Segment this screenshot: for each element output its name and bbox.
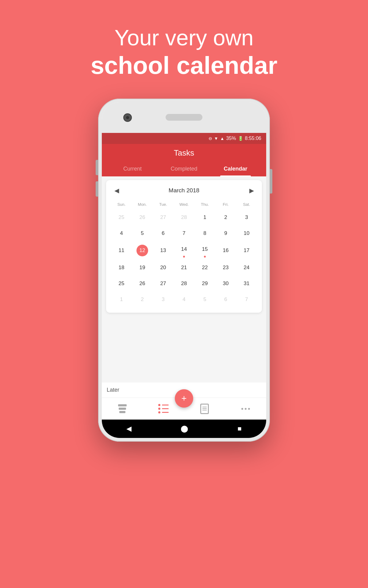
- calendar-date: 7: [241, 294, 252, 305]
- calendar-date-cell[interactable]: 8: [194, 226, 215, 242]
- calendar-day-header: Wed.: [174, 201, 194, 210]
- calendar-date: 20: [157, 262, 169, 273]
- calendar-date-cell[interactable]: 2: [132, 292, 153, 308]
- calendar-date-cell[interactable]: 27: [153, 210, 174, 226]
- front-camera-icon: [123, 113, 132, 122]
- event-dot: [204, 256, 206, 258]
- calendar-date-cell[interactable]: 27: [153, 276, 174, 292]
- calendar-date-cell[interactable]: 4: [174, 292, 194, 308]
- recent-button[interactable]: ■: [238, 425, 242, 433]
- calendar-date: 13: [157, 245, 169, 256]
- calendar-date-cell[interactable]: 7: [174, 226, 194, 242]
- tab-bar: Current Completed Calendar: [107, 163, 261, 176]
- calendar-date-cell[interactable]: 5: [132, 226, 153, 242]
- add-task-button[interactable]: +: [175, 389, 193, 408]
- calendar-date-cell[interactable]: 21: [174, 260, 194, 276]
- calendar-date-cell[interactable]: 1: [194, 210, 215, 226]
- calendar-date: 4: [178, 294, 190, 305]
- more-nav-button[interactable]: [240, 403, 252, 415]
- calendar-date-cell[interactable]: 26: [132, 276, 153, 292]
- calendar-date: 31: [241, 278, 252, 289]
- calendar-date-cell[interactable]: 20: [153, 260, 174, 276]
- month-year-label: March 2018: [169, 187, 199, 194]
- calendar-date-cell[interactable]: 14: [174, 242, 194, 260]
- calendar-day-header: Sun.: [111, 201, 132, 210]
- calendar-date: 3: [157, 294, 169, 305]
- calendar-date: 18: [116, 262, 127, 273]
- calendar-date-cell[interactable]: 22: [194, 260, 215, 276]
- calendar-date-cell[interactable]: 19: [132, 260, 153, 276]
- calendar-date: 24: [241, 262, 252, 273]
- calendar-date: 11: [116, 245, 127, 256]
- calendar-date-cell[interactable]: 7: [236, 292, 257, 308]
- back-button[interactable]: ◀: [126, 425, 132, 433]
- calendar-date-cell[interactable]: 23: [215, 260, 236, 276]
- calendar-date-cell[interactable]: 3: [236, 210, 257, 226]
- calendar-date-cell[interactable]: 31: [236, 276, 257, 292]
- calendar-date-cell[interactable]: 6: [153, 226, 174, 242]
- android-nav-bar: ◀ ⬤ ■: [102, 420, 266, 438]
- home-button[interactable]: ⬤: [181, 425, 188, 433]
- calendar-date-cell[interactable]: 29: [194, 276, 215, 292]
- calendar-date: 28: [178, 278, 190, 289]
- tab-current[interactable]: Current: [107, 163, 158, 176]
- power-button: [270, 169, 272, 194]
- layers-nav-button[interactable]: [116, 403, 128, 415]
- calendar-date-cell[interactable]: 2: [215, 210, 236, 226]
- calendar-date-cell[interactable]: 17: [236, 242, 257, 260]
- app-title: Tasks: [107, 148, 261, 158]
- calendar-container: ◀ March 2018 ▶ Sun.Mon.Tue.Wed.Thu.Fri.S…: [102, 176, 266, 383]
- calendar-date: 27: [157, 212, 169, 223]
- tab-completed[interactable]: Completed: [158, 163, 210, 176]
- prev-month-button[interactable]: ◀: [111, 185, 122, 196]
- calendar-date: 27: [157, 278, 169, 289]
- calendar-date-cell[interactable]: 30: [215, 276, 236, 292]
- calendar-date: 6: [157, 228, 169, 239]
- calendar-date-cell[interactable]: 4: [111, 226, 132, 242]
- calendar-date: 26: [136, 278, 148, 289]
- calendar-date-cell[interactable]: 28: [174, 276, 194, 292]
- time-text: 8:55:06: [245, 136, 261, 141]
- calendar-date: 6: [220, 294, 232, 305]
- calendar-date: 5: [199, 294, 211, 305]
- calendar-date: 14: [178, 243, 190, 255]
- calendar-date: 21: [178, 262, 190, 273]
- calendar-date-cell[interactable]: 12: [132, 242, 153, 260]
- next-month-button[interactable]: ▶: [246, 185, 257, 196]
- tab-calendar[interactable]: Calendar: [210, 163, 261, 176]
- volume-down-button: [96, 181, 98, 197]
- calendar-date: 26: [136, 212, 148, 223]
- calendar-date-cell[interactable]: 13: [153, 242, 174, 260]
- calendar-date-cell[interactable]: 16: [215, 242, 236, 260]
- calendar-date: 22: [199, 262, 211, 273]
- calendar-date-cell[interactable]: 3: [153, 292, 174, 308]
- calendar-date-cell[interactable]: 28: [174, 210, 194, 226]
- calendar-date-cell[interactable]: 15: [194, 242, 215, 260]
- calendar-date-cell[interactable]: 6: [215, 292, 236, 308]
- phone-screen: ⊖ ▼ ▲ 35% 🔋 8:55:06 Tasks Current: [102, 133, 266, 438]
- later-label: Later: [107, 387, 119, 393]
- calendar-day-header: Sat.: [236, 201, 257, 210]
- calendar-date-cell[interactable]: 11: [111, 242, 132, 260]
- calendar-date-cell[interactable]: 24: [236, 260, 257, 276]
- calendar-card: ◀ March 2018 ▶ Sun.Mon.Tue.Wed.Thu.Fri.S…: [106, 180, 262, 313]
- calendar-date: 25: [116, 278, 127, 289]
- calendar-date-cell[interactable]: 9: [215, 226, 236, 242]
- headline: Your very own school calendar: [90, 24, 277, 80]
- calendar-date-cell[interactable]: 10: [236, 226, 257, 242]
- calendar-date-cell[interactable]: 26: [132, 210, 153, 226]
- bottom-nav: +: [102, 398, 266, 420]
- calendar-date-cell[interactable]: 5: [194, 292, 215, 308]
- calendar-date-cell[interactable]: 25: [111, 210, 132, 226]
- app-header: Tasks Current Completed Calendar: [102, 144, 266, 176]
- calendar-date-cell[interactable]: 25: [111, 276, 132, 292]
- more-dots-icon: [241, 408, 250, 410]
- calendar-date-cell[interactable]: 18: [111, 260, 132, 276]
- notes-nav-button[interactable]: [198, 403, 211, 415]
- calendar-date-cell[interactable]: 1: [111, 292, 132, 308]
- phone-inner: ⊖ ▼ ▲ 35% 🔋 8:55:06 Tasks Current: [102, 102, 266, 438]
- volume-up-button: [96, 160, 98, 175]
- calendar-day-header: Tue.: [153, 201, 174, 210]
- calendar-date: 9: [220, 228, 232, 239]
- list-nav-button[interactable]: [157, 403, 170, 415]
